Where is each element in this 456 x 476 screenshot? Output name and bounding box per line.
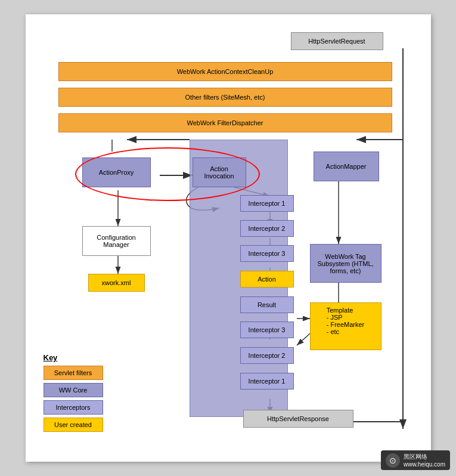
architecture-diagram: HttpServletRequest WebWork ActionContext… xyxy=(35,23,416,453)
interceptor-3-top-box: Interceptor 3 xyxy=(240,245,294,262)
interceptor-1-top-box: Interceptor 1 xyxy=(240,195,294,212)
action-proxy-box: ActionProxy xyxy=(82,157,151,187)
interceptor-1-bot-box: Interceptor 1 xyxy=(240,373,294,390)
webwork-action-context-cleanup-box: WebWork ActionContextCleanUp xyxy=(58,62,392,81)
svg-line-20 xyxy=(297,333,310,345)
template-box: Template - JSP - FreeMarker - etc xyxy=(310,302,381,350)
key-box-interceptors: Interceptors xyxy=(44,400,103,415)
key-item-interceptors: Interceptors xyxy=(44,400,107,415)
xwork-xml-box: xwork.xml xyxy=(88,274,145,292)
http-servlet-request-box: HttpServletRequest xyxy=(291,32,383,50)
key-title: Key xyxy=(44,353,107,362)
key-box-servlet-filters: Servlet filters xyxy=(44,366,103,380)
webwork-tag-subsystem-box: WebWork Tag Subsystem (HTML, forms, etc) xyxy=(310,244,381,283)
interceptor-2-bot-box: Interceptor 2 xyxy=(240,347,294,364)
other-filters-box: Other filters (SiteMesh, etc) xyxy=(58,88,392,107)
config-manager-box: Configuration Manager xyxy=(82,226,151,256)
key-box-user-created: User created xyxy=(44,418,103,432)
webwork-filter-dispatcher-box: WebWork FilterDispatcher xyxy=(58,113,392,132)
watermark-text: 黑区网络 www.heiqu.com xyxy=(404,453,445,468)
watermark: ⊙ 黑区网络 www.heiqu.com xyxy=(381,450,450,470)
key-item-user-created: User created xyxy=(44,418,107,432)
key-item-servlet-filters: Servlet filters xyxy=(44,366,107,380)
key-box-ww-core: WW Core xyxy=(44,383,103,397)
key-section: Key Servlet filters WW Core Interceptors… xyxy=(44,353,107,435)
action-invocation-box: Action Invocation xyxy=(193,157,246,187)
result-box: Result xyxy=(240,296,294,313)
http-servlet-response-box: HttpServletResponse xyxy=(243,410,353,428)
watermark-icon: ⊙ xyxy=(386,453,400,468)
key-item-ww-core: WW Core xyxy=(44,383,107,397)
interceptor-2-top-box: Interceptor 2 xyxy=(240,220,294,237)
interceptor-3-bot-box: Interceptor 3 xyxy=(240,322,294,338)
main-page: HttpServletRequest WebWork ActionContext… xyxy=(26,14,431,462)
action-mapper-box: ActionMapper xyxy=(314,152,379,181)
action-box: Action xyxy=(240,271,294,288)
